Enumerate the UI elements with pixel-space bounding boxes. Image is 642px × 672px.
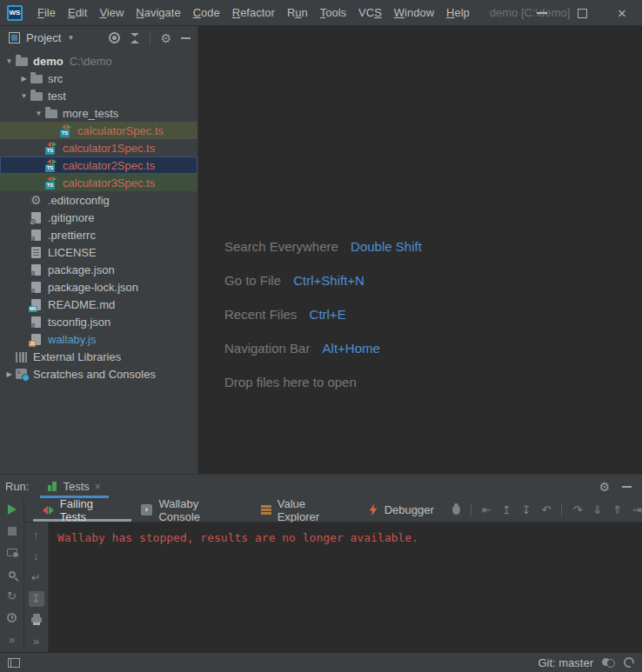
chevron-down-icon[interactable]: ▼	[17, 92, 30, 100]
soft-wrap-button[interactable]: ↵	[24, 567, 48, 589]
tab-failing-tests[interactable]: Failing Tests	[33, 498, 131, 522]
tree-item-calculator2spec[interactable]: TS calculator2Spec.ts	[0, 156, 197, 174]
refresh-button[interactable]: ↻	[0, 585, 23, 607]
chevron-right-icon[interactable]: ▶	[3, 370, 16, 378]
close-button[interactable]: ×	[602, 0, 642, 26]
close-icon: ×	[618, 6, 626, 21]
next-failed-test-icon[interactable]: ↧	[522, 503, 532, 516]
tree-item-package-json[interactable]: package.json	[0, 261, 197, 278]
search-button[interactable]	[0, 563, 23, 585]
rerun-icon	[8, 504, 17, 515]
more-actions-button[interactable]: »	[24, 631, 48, 653]
tree-item-src[interactable]: ▶ src	[0, 70, 197, 87]
project-view-icon	[9, 32, 20, 43]
run-tool-window-header: Run: Tests × ⚙	[0, 475, 642, 498]
stop-button[interactable]	[0, 520, 23, 542]
minimize-button[interactable]	[522, 0, 562, 26]
hide-panel-icon[interactable]	[181, 37, 191, 39]
first-failed-test-icon[interactable]: ↥	[502, 503, 512, 516]
gear-icon: ⚙	[30, 194, 42, 206]
down-button[interactable]: ↓	[24, 546, 48, 568]
menu-help[interactable]: Help	[440, 6, 476, 19]
chevron-down-icon[interactable]: ▼	[32, 110, 45, 117]
project-panel-title[interactable]: Project	[26, 31, 61, 44]
tab-value-explorer[interactable]: Value Explorer	[251, 498, 359, 522]
menu-run[interactable]: Run	[281, 6, 314, 19]
tree-item-calculator3spec[interactable]: TS calculator3Spec.ts	[0, 174, 197, 191]
up-button[interactable]: ↑	[24, 524, 48, 546]
tree-item-external-libraries[interactable]: External Libraries	[0, 348, 197, 365]
tree-item-readme[interactable]: README.md	[0, 296, 197, 313]
printer-icon	[31, 617, 42, 622]
scroll-to-end-button[interactable]: ↧	[24, 589, 48, 610]
run-view-tabs: Failing Tests › Wallaby Console Value Ex…	[24, 498, 642, 522]
menu-code[interactable]: Code	[187, 6, 226, 19]
rerun-button[interactable]	[0, 498, 23, 520]
run-to-cursor-icon[interactable]: ⇥	[632, 503, 642, 516]
tree-item-more-tests[interactable]: ▼ more_tests	[0, 104, 197, 122]
tree-item-gitignore[interactable]: .gitignore	[0, 209, 197, 226]
menu-tools[interactable]: Tools	[314, 6, 352, 19]
locate-file-icon[interactable]	[109, 32, 120, 43]
separator	[561, 503, 562, 516]
json-file-icon	[31, 316, 41, 328]
maximize-button[interactable]	[562, 0, 602, 26]
tree-item-calculatorspec[interactable]: TS calculatorSpec.ts	[0, 122, 197, 139]
menu-file[interactable]: File	[31, 6, 62, 19]
print-button[interactable]	[24, 609, 48, 631]
stop-icon	[8, 527, 17, 536]
gear-icon[interactable]: ⚙	[160, 32, 171, 44]
collapse-all-icon[interactable]	[130, 33, 140, 43]
tab-wallaby-console[interactable]: › Wallaby Console	[131, 498, 251, 522]
maximize-icon	[578, 9, 587, 18]
folder-icon	[16, 57, 28, 66]
menu-edit[interactable]: Edit	[62, 6, 93, 19]
menu-window[interactable]: Window	[388, 6, 440, 19]
menu-view[interactable]: View	[93, 6, 130, 19]
tree-item-tsconfig[interactable]: tsconfig.json	[0, 313, 197, 330]
tree-item-demo[interactable]: ▼ demo C:\demo	[0, 52, 197, 70]
tree-item-editorconfig[interactable]: ⚙ .editorconfig	[0, 191, 197, 209]
folder-icon	[45, 110, 57, 118]
run-label: Run:	[5, 480, 29, 493]
tab-debugger[interactable]: Debugger	[359, 498, 444, 522]
tree-item-test[interactable]: ▼ test	[0, 87, 197, 104]
tree-item-scratches[interactable]: ▶ Scratches and Consoles	[0, 365, 197, 383]
run-tool-window: Run: Tests × ⚙ ↻ »	[0, 474, 642, 652]
notifications-icon[interactable]	[624, 657, 634, 668]
toolwindow-toggle-icon[interactable]	[8, 658, 20, 668]
separator	[471, 503, 471, 516]
show-screen-button[interactable]	[0, 542, 23, 563]
hide-panel-icon[interactable]	[622, 486, 632, 488]
history-button[interactable]	[0, 607, 23, 629]
more-actions-button[interactable]: »	[0, 629, 23, 650]
tree-item-wallaby-js[interactable]: wallaby.js	[0, 330, 197, 348]
tree-item-package-lock-json[interactable]: package-lock.json	[0, 278, 197, 296]
scroll-up-icon[interactable]: ⇑	[612, 503, 622, 516]
menu-vcs[interactable]: VCS	[352, 6, 388, 19]
screen-icon	[7, 549, 17, 556]
webstorm-logo: WS	[7, 5, 23, 21]
console-icon: ›	[141, 504, 153, 516]
menu-navigate[interactable]: Navigate	[130, 6, 186, 19]
git-branch-widget[interactable]: Git: master	[538, 656, 593, 669]
background-tasks-icon[interactable]	[602, 657, 615, 668]
json-file-icon	[31, 230, 41, 241]
close-icon[interactable]: ×	[95, 481, 101, 493]
step-forward-icon[interactable]: ↷	[572, 503, 582, 516]
ts-test-file-icon: TS	[45, 158, 59, 172]
bug-icon[interactable]	[452, 505, 460, 515]
tree-item-prettierrc[interactable]: .prettierrc	[0, 226, 197, 243]
run-tab-tests[interactable]: Tests ×	[40, 475, 108, 498]
tree-item-calculator1spec[interactable]: TS calculator1Spec.ts	[0, 139, 197, 156]
folder-icon	[30, 75, 43, 83]
chevron-right-icon[interactable]: ▶	[17, 75, 30, 83]
chevron-down-icon[interactable]: ▼	[3, 57, 16, 65]
dropdown-chevron-icon[interactable]: ▼	[67, 34, 74, 42]
tree-item-license[interactable]: LICENSE	[0, 243, 197, 261]
gear-icon[interactable]: ⚙	[599, 481, 610, 493]
jump-to-source-icon[interactable]: ⇤	[482, 503, 492, 516]
menu-refactor[interactable]: Refactor	[226, 6, 281, 19]
scroll-down-icon[interactable]: ⇓	[592, 503, 602, 516]
step-back-icon[interactable]: ↶	[541, 503, 551, 516]
